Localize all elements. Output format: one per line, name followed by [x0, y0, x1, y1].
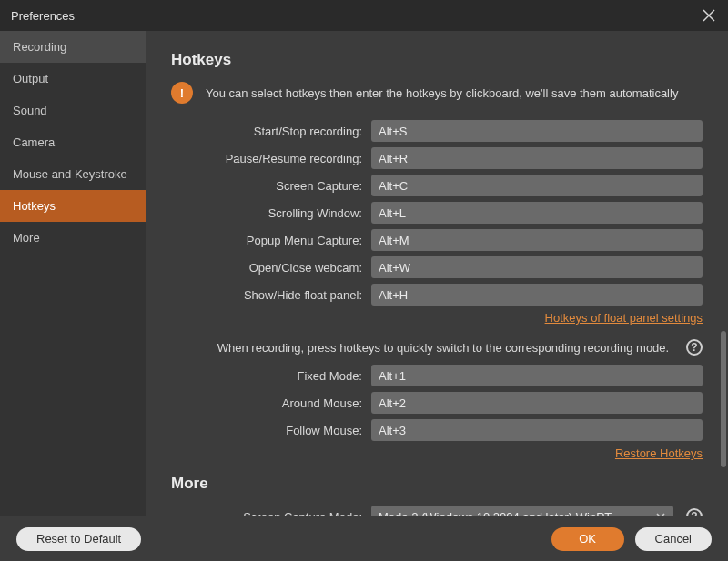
scrollbar-track[interactable]: [721, 31, 726, 516]
preferences-window: Preferences Recording Output Sound Camer…: [0, 0, 728, 561]
hotkey-input-follow-mouse[interactable]: [371, 419, 703, 441]
field-start-stop: Start/Stop recording:: [171, 120, 703, 142]
hotkey-input-around-mouse[interactable]: [371, 392, 703, 414]
hotkey-input-pause-resume[interactable]: [371, 147, 703, 169]
hotkey-input-float-panel[interactable]: [371, 284, 703, 306]
field-label: Fixed Mode:: [171, 369, 371, 383]
field-follow-mouse: Follow Mouse:: [171, 419, 703, 441]
sidebar-item-more[interactable]: More: [0, 222, 146, 254]
restore-hotkeys-link[interactable]: Restore Hotkeys: [615, 446, 703, 460]
sidebar-item-label: Sound: [13, 104, 47, 117]
window-title: Preferences: [11, 9, 701, 23]
footer: Reset to Default OK Cancel: [0, 516, 728, 561]
sidebar-item-hotkeys[interactable]: Hotkeys: [0, 190, 146, 222]
field-label: Follow Mouse:: [171, 424, 371, 437]
more-heading: More: [171, 475, 703, 493]
sidebar-item-label: Recording: [13, 40, 66, 54]
field-label: Pause/Resume recording:: [171, 152, 371, 165]
sidebar-item-mouse-keystroke[interactable]: Mouse and Keystroke: [0, 158, 146, 190]
sidebar-item-output[interactable]: Output: [0, 63, 146, 95]
field-label: Around Mouse:: [171, 396, 371, 410]
field-label: Scrolling Window:: [171, 206, 371, 220]
field-around-mouse: Around Mouse:: [171, 392, 703, 414]
content-wrap: Hotkeys ! You can select hotkeys then en…: [146, 31, 728, 516]
field-fixed-mode: Fixed Mode:: [171, 365, 703, 386]
hotkey-input-popup-menu[interactable]: [371, 229, 703, 251]
reset-to-default-button[interactable]: Reset to Default: [16, 527, 141, 551]
sidebar-item-label: Camera: [13, 135, 55, 149]
field-label: Show/Hide float panel:: [171, 288, 371, 302]
hotkey-input-webcam[interactable]: [371, 256, 703, 278]
field-capture-mode: Screen Capture Mode: Mode 2 (Windows 10 …: [171, 506, 703, 516]
sidebar-item-label: Hotkeys: [13, 199, 56, 213]
alert-icon: !: [171, 82, 193, 104]
hotkey-input-scrolling-window[interactable]: [371, 202, 703, 224]
field-label: Screen Capture:: [171, 179, 371, 193]
capture-mode-select[interactable]: Mode 2 (Windows 10 2004 and later) WinRT: [371, 506, 673, 516]
chevron-down-icon: [655, 510, 666, 516]
restore-link-row: Restore Hotkeys: [171, 446, 703, 460]
field-webcam: Open/Close webcam:: [171, 256, 703, 278]
select-value: Mode 2 (Windows 10 2004 and later) WinRT: [379, 510, 612, 516]
sidebar-item-label: Output: [13, 72, 48, 85]
hotkey-input-screen-capture[interactable]: [371, 175, 703, 196]
titlebar: Preferences: [0, 0, 728, 31]
sidebar: Recording Output Sound Camera Mouse and …: [0, 31, 146, 516]
field-pause-resume: Pause/Resume recording:: [171, 147, 703, 169]
hotkey-input-fixed-mode[interactable]: [371, 365, 703, 386]
cancel-button[interactable]: Cancel: [635, 527, 712, 551]
mode-hint-text: When recording, press hotkeys to quickly…: [171, 341, 679, 355]
ok-button[interactable]: OK: [551, 527, 624, 551]
field-label: Open/Close webcam:: [171, 261, 371, 275]
mode-hint-row: When recording, press hotkeys to quickly…: [171, 339, 703, 356]
field-label: Screen Capture Mode:: [171, 510, 371, 516]
sidebar-item-label: More: [13, 231, 40, 245]
content-scroll[interactable]: Hotkeys ! You can select hotkeys then en…: [146, 31, 728, 516]
scrollbar-thumb[interactable]: [721, 331, 726, 467]
hotkeys-heading: Hotkeys: [171, 51, 703, 69]
hotkeys-hint-text: You can select hotkeys then enter the ho…: [206, 86, 678, 100]
field-label: Start/Stop recording:: [171, 125, 371, 138]
field-label: Popup Menu Capture:: [171, 234, 371, 247]
sidebar-item-camera[interactable]: Camera: [0, 126, 146, 158]
help-icon[interactable]: ?: [686, 508, 703, 516]
hotkey-input-start-stop[interactable]: [371, 120, 703, 142]
body: Recording Output Sound Camera Mouse and …: [0, 31, 728, 516]
float-panel-link-row: Hotkeys of float panel settings: [171, 311, 703, 325]
sidebar-item-recording[interactable]: Recording: [0, 31, 146, 63]
float-panel-settings-link[interactable]: Hotkeys of float panel settings: [545, 311, 703, 325]
sidebar-item-label: Mouse and Keystroke: [13, 167, 127, 181]
field-popup-menu: Popup Menu Capture:: [171, 229, 703, 251]
field-float-panel: Show/Hide float panel:: [171, 284, 703, 306]
sidebar-item-sound[interactable]: Sound: [0, 95, 146, 126]
field-scrolling-window: Scrolling Window:: [171, 202, 703, 224]
field-screen-capture: Screen Capture:: [171, 175, 703, 196]
help-icon[interactable]: ?: [686, 339, 703, 356]
close-icon[interactable]: [701, 7, 717, 24]
hotkeys-hint-row: ! You can select hotkeys then enter the …: [171, 82, 703, 104]
